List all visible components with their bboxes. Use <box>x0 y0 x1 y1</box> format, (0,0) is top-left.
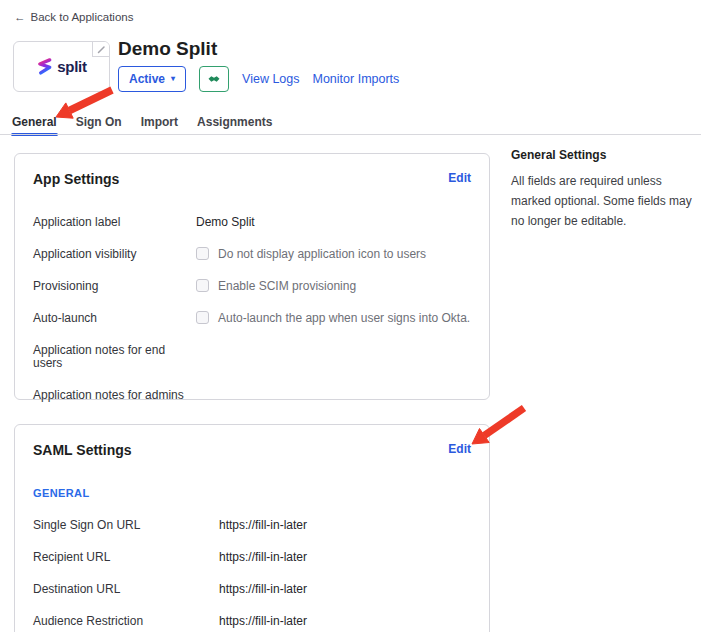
status-dropdown-button[interactable]: Active ▾ <box>118 66 186 92</box>
row-value: Demo Split <box>196 216 255 229</box>
row-notes-admins: Application notes for admins <box>33 389 471 402</box>
row-notes-end-users: Application notes for end users <box>33 344 471 370</box>
application-visibility-checkbox[interactable] <box>196 247 209 260</box>
help-panel-body: All fields are required unless marked op… <box>511 172 693 231</box>
auto-launch-checkbox[interactable] <box>196 311 209 324</box>
row-label: Application label <box>33 216 196 229</box>
scim-provisioning-checkbox[interactable] <box>196 279 209 292</box>
row-value: https://fill-in-later <box>219 551 307 564</box>
pencil-icon <box>97 45 106 54</box>
saml-settings-edit-link[interactable]: Edit <box>448 442 471 456</box>
tab-sign-on[interactable]: Sign On <box>75 113 123 135</box>
split-logo-text: split <box>57 58 86 75</box>
app-settings-edit-link[interactable]: Edit <box>448 171 471 185</box>
back-arrow-icon: ← <box>14 11 26 23</box>
row-value: https://fill-in-later <box>219 583 307 596</box>
page-title: Demo Split <box>118 38 217 60</box>
app-header-controls: Active ▾ View Logs Monitor Imports <box>118 66 399 92</box>
row-destination-url: Destination URL https://fill-in-later <box>33 583 471 596</box>
view-logs-link[interactable]: View Logs <box>242 72 299 86</box>
edit-logo-button[interactable] <box>92 42 109 57</box>
checkbox-label: Do not display application icon to users <box>218 248 426 261</box>
row-label: Application notes for admins <box>33 389 196 402</box>
status-label: Active <box>129 72 165 86</box>
app-settings-card: App Settings Edit Application label Demo… <box>14 153 490 400</box>
checkbox-label: Auto-launch the app when user signs into… <box>218 312 470 325</box>
app-settings-title: App Settings <box>33 171 119 187</box>
row-provisioning: Provisioning Enable SCIM provisioning <box>33 280 471 293</box>
chevron-down-icon: ▾ <box>171 75 175 83</box>
row-label: Single Sign On URL <box>33 519 219 532</box>
row-label: Auto-launch <box>33 312 196 325</box>
row-label: Application notes for end users <box>33 344 196 370</box>
saml-settings-card: SAML Settings Edit GENERAL Single Sign O… <box>14 424 490 632</box>
row-auto-launch: Auto-launch Auto-launch the app when use… <box>33 312 471 325</box>
row-label: Provisioning <box>33 280 196 293</box>
row-label: Audience Restriction <box>33 615 219 628</box>
row-single-sign-on-url: Single Sign On URL https://fill-in-later <box>33 519 471 532</box>
provisioning-connection-button[interactable] <box>199 66 229 92</box>
back-to-applications-link[interactable]: ← Back to Applications <box>14 11 133 23</box>
okta-app-settings-page: ← Back to Applications split Dem <box>0 0 701 632</box>
row-application-visibility: Application visibility Do not display ap… <box>33 248 471 261</box>
back-link-label: Back to Applications <box>31 11 134 23</box>
split-logo-icon <box>36 57 53 76</box>
help-panel-title: General Settings <box>511 148 693 162</box>
row-audience-restriction: Audience Restriction https://fill-in-lat… <box>33 615 471 628</box>
tab-assignments[interactable]: Assignments <box>196 113 273 135</box>
row-label: Application visibility <box>33 248 196 261</box>
app-logo-card: split <box>13 41 110 92</box>
handshake-icon <box>207 74 221 84</box>
saml-settings-title: SAML Settings <box>33 442 132 458</box>
tab-bar-divider <box>0 134 701 135</box>
tab-import[interactable]: Import <box>140 113 179 135</box>
checkbox-label: Enable SCIM provisioning <box>218 280 356 293</box>
row-application-label: Application label Demo Split <box>33 216 471 229</box>
split-logo: split <box>36 57 86 76</box>
tab-bar: General Sign On Import Assignments <box>11 113 273 135</box>
tab-general[interactable]: General <box>11 113 58 135</box>
row-value: https://fill-in-later <box>219 519 307 532</box>
monitor-imports-link[interactable]: Monitor Imports <box>313 72 400 86</box>
row-recipient-url: Recipient URL https://fill-in-later <box>33 551 471 564</box>
help-panel: General Settings All fields are required… <box>511 148 693 231</box>
row-label: Recipient URL <box>33 551 219 564</box>
row-label: Destination URL <box>33 583 219 596</box>
row-value: https://fill-in-later <box>219 615 307 628</box>
saml-general-section-label: GENERAL <box>33 487 471 499</box>
